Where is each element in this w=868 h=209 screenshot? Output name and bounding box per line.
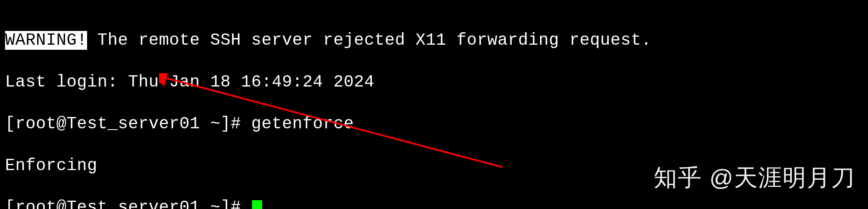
watermark-text: 知乎 @天涯明月刀 <box>654 163 855 192</box>
cursor-icon <box>252 200 262 209</box>
prompt: [root@Test_server01 ~]# <box>5 115 251 133</box>
command-getenforce: getenforce <box>251 115 354 133</box>
terminal-line-prompt: [root@Test_server01 ~]# <box>5 197 863 209</box>
warning-message: The remote SSH server rejected X11 forwa… <box>87 31 652 50</box>
warning-label: WARNING! <box>5 31 87 50</box>
prompt: [root@Test_server01 ~]# <box>5 198 251 209</box>
terminal-line-cmd1: [root@Test_server01 ~]# getenforce <box>5 114 863 135</box>
terminal-line-lastlogin: Last login: Thu Jan 18 16:49:24 2024 <box>5 72 863 93</box>
terminal-line-warning: WARNING! The remote SSH server rejected … <box>5 30 863 51</box>
